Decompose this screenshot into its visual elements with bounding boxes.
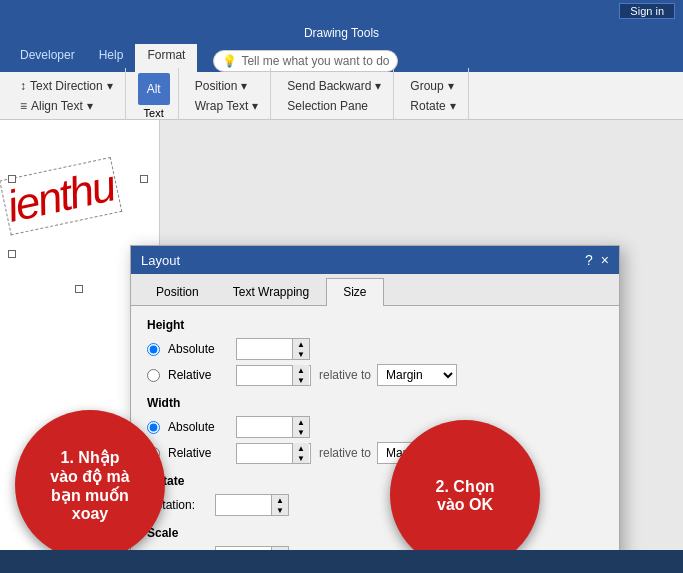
height-relative-value[interactable] — [237, 366, 292, 384]
rotation-spin-arrows: ▲ ▼ — [271, 495, 288, 515]
width-spin-arrows: ▲ ▼ — [292, 417, 309, 437]
height-absolute-label: Absolute — [168, 342, 228, 356]
height-absolute-radio[interactable] — [147, 343, 160, 356]
drawing-tools-label: Drawing Tools — [304, 26, 379, 40]
width-absolute-label: Absolute — [168, 420, 228, 434]
width-relative-to-label: relative to — [319, 446, 371, 460]
sign-in-button[interactable]: Sign in — [619, 3, 675, 19]
scale-section-label: Scale — [147, 526, 603, 540]
height-relative-spin: ▲ ▼ — [292, 365, 309, 385]
annotation-bubble-1: 1. Nhập vào độ mà bạn muốn xoay — [15, 410, 165, 550]
height-absolute-input[interactable]: 1.99 cm ▲ ▼ — [236, 338, 310, 360]
tab-text-wrapping[interactable]: Text Wrapping — [216, 278, 326, 305]
height-relative-to: relative to Margin — [319, 364, 457, 386]
annotation-text-1: 1. Nhập vào độ mà bạn muốn xoay — [50, 448, 129, 523]
height-relative-to-label: relative to — [319, 368, 371, 382]
align-text-button[interactable]: ≡ Align Text ▾ — [16, 97, 97, 115]
group-button[interactable]: Group ▾ — [406, 77, 457, 95]
tell-me-text: Tell me what you want to do — [241, 54, 389, 68]
text-group: Alt Text — [130, 68, 179, 124]
chevron-down-icon5: ▾ — [375, 79, 381, 93]
width-relative-label: Relative — [168, 446, 228, 460]
send-backward-button[interactable]: Send Backward ▾ — [283, 77, 385, 95]
height-absolute-row: Absolute 1.99 cm ▲ ▼ — [147, 338, 603, 360]
width-absolute-row: Absolute 11.1 cm ▲ ▼ — [147, 416, 603, 438]
height-spin-down[interactable]: ▼ — [293, 349, 309, 359]
height-relative-input-placeholder: ▲ ▼ — [236, 365, 311, 386]
height-relative-radio[interactable] — [147, 369, 160, 382]
dialog-close-button[interactable]: × — [601, 252, 609, 268]
chevron-down-icon: ▾ — [107, 79, 113, 93]
dialog-tabs: Position Text Wrapping Size — [131, 274, 619, 306]
scale-width-value[interactable]: 100 % — [216, 548, 271, 550]
dialog-titlebar: Layout ? × — [131, 246, 619, 274]
chevron-down-icon4: ▾ — [252, 99, 258, 113]
height-relative-to-select[interactable]: Margin — [377, 364, 457, 386]
scale-row: W 100 % ▲ ▼ — [147, 546, 603, 550]
height-spin-up[interactable]: ▲ — [293, 339, 309, 349]
scale-spin-up[interactable]: ▲ — [272, 547, 288, 550]
arrange-group: Position ▾ Wrap Text ▾ — [183, 68, 272, 124]
layout-dialog: Layout ? × Position Text Wrapping Size H… — [130, 245, 620, 550]
chevron-down-icon3: ▾ — [241, 79, 247, 93]
height-relative-row: Relative ▲ ▼ relative to Margin — [147, 364, 603, 386]
width-absolute-value[interactable]: 11.1 cm — [237, 418, 292, 436]
height-relative-input[interactable]: ▲ ▼ — [237, 366, 310, 385]
rotate-button[interactable]: Rotate ▾ — [406, 97, 459, 115]
top-bar: Sign in — [0, 0, 683, 22]
alt-text-icon[interactable]: Alt — [138, 73, 170, 105]
resize-handle-bl[interactable] — [8, 250, 16, 258]
width-spin-up[interactable]: ▲ — [293, 417, 309, 427]
resize-handle-tr[interactable] — [140, 175, 148, 183]
rotation-value[interactable]: 30° — [216, 496, 271, 514]
text-direction-icon: ↕ — [20, 79, 26, 93]
text-direction-button[interactable]: ↕ Text Direction ▾ — [16, 77, 117, 95]
width-section-label: Width — [147, 396, 603, 410]
scale-width-input[interactable]: 100 % ▲ ▼ — [215, 546, 289, 550]
dialog-title: Layout — [141, 253, 180, 268]
height-section-label: Height — [147, 318, 603, 332]
wrap-text-button[interactable]: Wrap Text ▾ — [191, 97, 263, 115]
dialog-controls: ? × — [585, 252, 609, 268]
dialog-body: Height Absolute 1.99 cm ▲ ▼ Relative — [131, 306, 619, 550]
width-rel-spin-up[interactable]: ▲ — [293, 443, 309, 453]
rotation-spin-down[interactable]: ▼ — [272, 505, 288, 515]
width-relative-row: Relative ▲ ▼ relative to Margin — [147, 442, 603, 464]
width-absolute-radio[interactable] — [147, 421, 160, 434]
align-text-icon: ≡ — [20, 99, 27, 113]
send-group: Send Backward ▾ Selection Pane — [275, 68, 394, 124]
chevron-down-icon7: ▾ — [450, 99, 456, 113]
transform-group: Group ▾ Rotate ▾ — [398, 68, 468, 124]
height-relative-label: Relative — [168, 368, 228, 382]
tab-position[interactable]: Position — [139, 278, 216, 305]
text-direction-group: ↕ Text Direction ▾ ≡ Align Text ▾ — [8, 68, 126, 124]
selection-pane-button[interactable]: Selection Pane — [283, 97, 372, 115]
width-relative-input-placeholder: ▲ ▼ — [236, 443, 311, 464]
annotation-text-2: 2. Chọn vào OK — [436, 477, 495, 514]
alt-text-label: Text — [144, 107, 164, 119]
resize-handle-b[interactable] — [75, 285, 83, 293]
width-relative-spin: ▲ ▼ — [292, 443, 309, 463]
height-rel-spin-down[interactable]: ▼ — [293, 375, 309, 385]
height-rel-spin-up[interactable]: ▲ — [293, 365, 309, 375]
width-absolute-input[interactable]: 11.1 cm ▲ ▼ — [236, 416, 310, 438]
rotation-input[interactable]: 30° ▲ ▼ — [215, 494, 289, 516]
dialog-help-button[interactable]: ? — [585, 252, 593, 268]
chevron-down-icon2: ▾ — [87, 99, 93, 113]
resize-handle-tl[interactable] — [8, 175, 16, 183]
chevron-down-icon6: ▾ — [448, 79, 454, 93]
height-spin-arrows: ▲ ▼ — [292, 339, 309, 359]
rotation-spin-up[interactable]: ▲ — [272, 495, 288, 505]
height-absolute-value[interactable]: 1.99 cm — [237, 340, 292, 358]
position-button[interactable]: Position ▾ — [191, 77, 252, 95]
width-relative-input[interactable]: ▲ ▼ — [237, 444, 310, 463]
width-relative-value[interactable] — [237, 444, 292, 462]
width-spin-down[interactable]: ▼ — [293, 427, 309, 437]
width-rel-spin-down[interactable]: ▼ — [293, 453, 309, 463]
tab-size[interactable]: Size — [326, 278, 383, 306]
scale-spin-arrows: ▲ ▼ — [271, 547, 288, 550]
